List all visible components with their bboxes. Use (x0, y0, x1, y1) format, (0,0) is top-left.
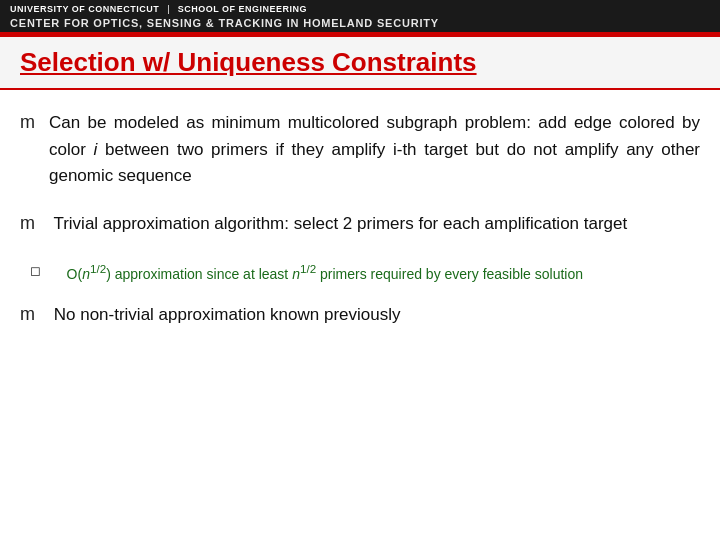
content-area: m Can be modeled as minimum multicolored… (0, 90, 720, 360)
bullet-block-2: m Trivial approximation algorithm: selec… (20, 211, 700, 284)
sub-bullet-symbol-1: ◻ (30, 263, 41, 278)
school-name: SCHOOL OF ENGINEERING (178, 4, 307, 14)
sub-bullet-item-1: ◻ O(n1/2) approximation since at least n… (30, 260, 700, 285)
bullet-item-1: m Can be modeled as minimum multicolored… (20, 110, 700, 189)
bullet-text-3: No non-trivial approximation known previ… (49, 302, 401, 328)
bullet-symbol-1: m (20, 112, 35, 133)
header: UNIVERSITY OF CONNECTICUT | SCHOOL OF EN… (0, 0, 720, 32)
bullet-symbol-3: m (20, 304, 35, 325)
bullet-item-3: m No non-trivial approximation known pre… (20, 302, 700, 328)
sub-bullet-text-1: O(n1/2) approximation since at least n1/… (51, 260, 583, 285)
title-section: Selection w/ Uniqueness Constraints (0, 37, 720, 90)
bullet-text-2: Trivial approximation algorithm: select … (49, 211, 627, 237)
university-name: UNIVERSITY OF CONNECTICUT (10, 4, 159, 14)
header-divider: | (167, 4, 169, 14)
bullet-symbol-2: m (20, 213, 35, 234)
slide-title: Selection w/ Uniqueness Constraints (20, 47, 700, 78)
center-name: CENTER FOR OPTICS, SENSING & TRACKING IN… (10, 16, 710, 30)
bullet-text-1: Can be modeled as minimum multicolored s… (49, 110, 700, 189)
bullet-item-2: m Trivial approximation algorithm: selec… (20, 211, 700, 237)
